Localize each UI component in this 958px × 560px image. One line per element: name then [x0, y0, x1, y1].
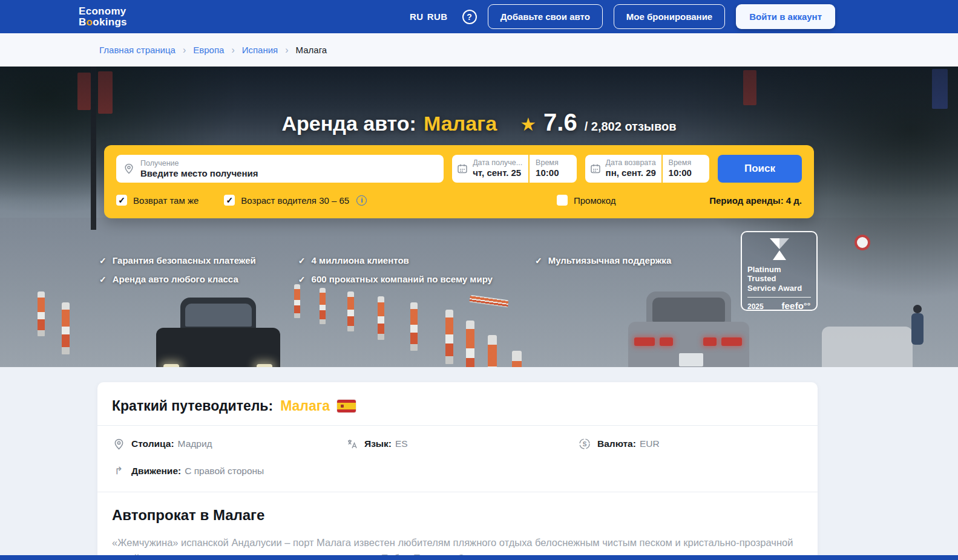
award-year: 2025 [747, 302, 764, 311]
hero-photo-bollard [38, 291, 45, 336]
hero-photo-bollard [410, 302, 418, 351]
hero-section: Аренда авто: Малага ★ 7.6 / 2,802 отзыво… [0, 67, 958, 367]
pickup-label: Получение [140, 159, 436, 169]
same-return-checkbox[interactable] [116, 195, 127, 206]
login-button[interactable]: Войти в аккаунт [736, 4, 835, 29]
info-icon[interactable]: i [356, 195, 367, 206]
feature-item: ✓Мультиязычная поддержка [535, 255, 671, 265]
hero-photo-bollard [445, 310, 453, 364]
pickup-date-field[interactable]: Дата получе... чт, сент. 25 [452, 155, 528, 183]
same-return-label: Возврат там же [133, 195, 198, 206]
content-area: Краткий путеводитель: Малага Столица: Ма… [0, 367, 958, 560]
top-navbar: Economy Bookings RURUB ? Добавьте свои а… [0, 0, 958, 33]
breadcrumb-current: Малага [296, 45, 327, 55]
feature-item: ✓Гарантия безопасных платежей [99, 255, 256, 265]
return-datetime-group: Дата возврата пн, сент. 29 Время 10:00 [585, 155, 709, 183]
guide-title: Краткий путеводитель: [112, 398, 273, 414]
add-your-car-button[interactable]: Добавьте свои авто [488, 4, 603, 29]
feature-item: ✓Аренда авто любого класса [99, 274, 256, 284]
chevron-right-icon: › [183, 45, 186, 56]
logo-line1: Economy [79, 6, 127, 17]
city-guide-card: Краткий путеводитель: Малага Столица: Ма… [97, 382, 818, 560]
fact-driving-side: ↱ Движение: С правой стороны [112, 464, 345, 477]
location-pin-icon [123, 163, 134, 174]
breadcrumb: Главная страница › Европа › Испания › Ма… [99, 45, 327, 56]
spain-flag-icon [337, 400, 356, 412]
hero-photo-bollard [320, 288, 326, 324]
breadcrumb-bar: Главная страница › Европа › Испания › Ма… [0, 33, 958, 67]
check-icon: ✓ [298, 256, 306, 265]
return-time-field[interactable]: Время 10:00 [663, 155, 709, 183]
facts-grid: Столица: Мадрид Язык: ES S Валюта: EUR [97, 426, 818, 492]
currency-label: RUB [427, 11, 448, 22]
check-icon: ✓ [99, 275, 107, 284]
pickup-location-field[interactable]: Получение [116, 155, 444, 183]
section-title: Автопрокат в Малаге [112, 507, 803, 524]
hero-title: Аренда авто: Малага ★ 7.6 / 2,802 отзыво… [0, 109, 958, 136]
hero-photo-taillight [634, 337, 655, 346]
return-date-field[interactable]: Дата возврата пн, сент. 29 [585, 155, 661, 183]
hero-photo-car-right-glass [652, 298, 725, 322]
help-icon[interactable]: ? [462, 10, 477, 24]
check-icon: ✓ [535, 256, 542, 265]
location-pin-icon [112, 438, 125, 450]
page: Economy Bookings RURUB ? Добавьте свои а… [0, 0, 958, 560]
hero-photo-pedestrian [913, 305, 922, 313]
locale-label: RU [410, 11, 424, 22]
translate-icon [345, 438, 358, 450]
check-icon: ✓ [99, 256, 107, 265]
currency-icon: S [578, 438, 591, 450]
feefo-hourglass-icon [747, 237, 811, 261]
logo[interactable]: Economy Bookings [79, 6, 127, 28]
award-title-line1: Platinum Trusted [747, 265, 811, 284]
hero-photo-bollard [378, 296, 384, 340]
award-title-line2: Service Award [747, 284, 811, 293]
pickup-time-value: 10:00 [536, 168, 570, 179]
pickup-date-label: Дата получе... [473, 158, 523, 168]
breadcrumb-home-link[interactable]: Главная страница [99, 45, 176, 55]
fact-language: Язык: ES [345, 438, 578, 450]
check-icon: ✓ [298, 275, 306, 284]
logo-line2: Bookings [79, 17, 127, 28]
hero-photo-car-white [822, 327, 913, 367]
trusted-service-award-badge: Platinum Trusted Service Award 2025 feef… [741, 231, 818, 311]
hero-photo-bollard [294, 284, 300, 318]
feature-item: ✓4 миллиона клиентов [298, 255, 493, 265]
star-icon: ★ [520, 114, 536, 135]
search-button[interactable]: Поиск [718, 155, 802, 183]
driver-age-label: Возраст водителя 30 – 65 [241, 195, 349, 206]
footer-top-bar [0, 555, 958, 560]
locale-currency-selector[interactable]: RURUB [410, 11, 451, 22]
city-rental-section: Автопрокат в Малаге «Жемчужина» испанско… [97, 492, 818, 560]
breadcrumb-europe-link[interactable]: Европа [193, 45, 224, 55]
rental-period-text: Период аренды: 4 д. [709, 195, 802, 206]
hero-photo-bollard [347, 291, 354, 331]
pickup-date-value: чт, сент. 25 [473, 168, 523, 179]
hero-photo-bollard [62, 302, 70, 354]
return-date-value: пн, сент. 29 [606, 168, 657, 179]
chevron-right-icon: › [285, 45, 288, 56]
hero-photo-taillight [721, 337, 742, 346]
hero-photo-sign [855, 235, 870, 250]
driver-age-checkbox[interactable] [224, 195, 235, 206]
return-date-label: Дата возврата [606, 158, 657, 168]
my-booking-button[interactable]: Мое бронирование [614, 4, 725, 29]
pickup-location-input[interactable] [140, 168, 436, 178]
breadcrumb-spain-link[interactable]: Испания [242, 45, 278, 55]
hero-photo-car-left [156, 328, 280, 367]
search-panel: Получение Дата получе... чт, сент. 25 [104, 145, 814, 218]
calendar-icon [457, 163, 468, 174]
hero-photo-plate [679, 353, 703, 366]
fact-capital: Столица: Мадрид [112, 438, 345, 450]
pickup-time-label: Время [536, 158, 570, 168]
feefo-logo: feefooo [781, 301, 811, 311]
fact-currency: S Валюта: EUR [578, 438, 803, 450]
pickup-time-field[interactable]: Время 10:00 [530, 155, 576, 183]
pickup-datetime-group: Дата получе... чт, сент. 25 Время 10:00 [452, 155, 576, 183]
hero-photo-taillight [703, 337, 717, 346]
reviews-count: / 2,802 отзывов [585, 120, 677, 134]
return-time-value: 10:00 [669, 168, 703, 179]
hero-photo-taillight [660, 337, 673, 346]
promo-code-label: Промокод [574, 195, 616, 206]
promo-code-checkbox[interactable] [557, 195, 568, 206]
